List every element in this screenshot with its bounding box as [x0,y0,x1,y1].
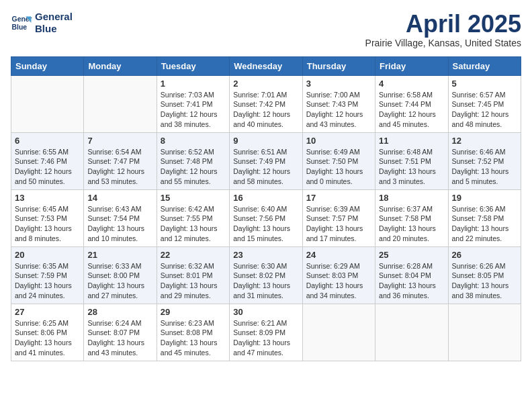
day-info: Sunrise: 6:26 AM Sunset: 8:05 PM Dayligh… [452,261,517,301]
calendar-cell: 30Sunrise: 6:21 AM Sunset: 8:09 PM Dayli… [230,304,302,361]
calendar-cell: 29Sunrise: 6:23 AM Sunset: 8:08 PM Dayli… [157,304,229,361]
day-info: Sunrise: 6:55 AM Sunset: 7:46 PM Dayligh… [15,147,80,187]
calendar-week-4: 20Sunrise: 6:35 AM Sunset: 7:59 PM Dayli… [11,246,521,304]
calendar-cell: 21Sunrise: 6:33 AM Sunset: 8:00 PM Dayli… [84,246,157,304]
day-info: Sunrise: 6:30 AM Sunset: 8:02 PM Dayligh… [233,261,298,301]
calendar-cell [302,304,375,361]
calendar-cell: 20Sunrise: 6:35 AM Sunset: 7:59 PM Dayli… [11,246,84,304]
calendar-cell: 11Sunrise: 6:48 AM Sunset: 7:51 PM Dayli… [375,132,448,189]
day-number: 7 [87,136,152,146]
day-info: Sunrise: 6:52 AM Sunset: 7:48 PM Dayligh… [161,147,226,187]
page-header: General Blue General Blue April 2025 Pra… [11,11,521,48]
day-number: 21 [87,250,152,260]
day-number: 13 [15,193,80,203]
main-title: April 2025 [365,11,521,38]
day-info: Sunrise: 6:49 AM Sunset: 7:50 PM Dayligh… [306,147,371,187]
day-number: 19 [452,193,517,203]
calendar-cell: 27Sunrise: 6:25 AM Sunset: 8:06 PM Dayli… [11,304,84,361]
day-number: 11 [379,136,444,146]
day-number: 18 [379,193,444,203]
calendar-cell: 14Sunrise: 6:43 AM Sunset: 7:54 PM Dayli… [84,189,157,246]
logo: General Blue General Blue [11,11,73,35]
day-info: Sunrise: 6:51 AM Sunset: 7:49 PM Dayligh… [233,147,298,187]
day-number: 15 [161,193,226,203]
day-number: 20 [15,250,80,260]
day-info: Sunrise: 6:45 AM Sunset: 7:53 PM Dayligh… [15,204,80,244]
day-number: 9 [233,136,298,146]
calendar-week-3: 13Sunrise: 6:45 AM Sunset: 7:53 PM Dayli… [11,189,521,246]
header-thursday: Thursday [302,56,375,75]
day-info: Sunrise: 6:39 AM Sunset: 7:57 PM Dayligh… [306,204,371,244]
calendar-cell: 1Sunrise: 7:03 AM Sunset: 7:41 PM Daylig… [157,75,229,132]
calendar-cell [11,75,84,132]
day-number: 10 [306,136,371,146]
day-number: 4 [379,79,444,89]
day-info: Sunrise: 7:03 AM Sunset: 7:41 PM Dayligh… [161,90,226,130]
day-info: Sunrise: 6:33 AM Sunset: 8:00 PM Dayligh… [87,261,152,301]
day-info: Sunrise: 6:28 AM Sunset: 8:04 PM Dayligh… [379,261,444,301]
header-saturday: Saturday [448,56,521,75]
header-friday: Friday [375,56,448,75]
day-number: 5 [452,79,517,89]
calendar-cell: 5Sunrise: 6:57 AM Sunset: 7:45 PM Daylig… [448,75,521,132]
day-info: Sunrise: 6:48 AM Sunset: 7:51 PM Dayligh… [379,147,444,187]
day-number: 25 [379,250,444,260]
day-info: Sunrise: 6:35 AM Sunset: 7:59 PM Dayligh… [15,261,80,301]
day-number: 1 [161,79,226,89]
calendar-cell: 2Sunrise: 7:01 AM Sunset: 7:42 PM Daylig… [230,75,302,132]
calendar-cell: 7Sunrise: 6:54 AM Sunset: 7:47 PM Daylig… [84,132,157,189]
day-number: 28 [87,307,152,317]
day-number: 24 [306,250,371,260]
day-info: Sunrise: 6:54 AM Sunset: 7:47 PM Dayligh… [87,147,152,187]
calendar-week-5: 27Sunrise: 6:25 AM Sunset: 8:06 PM Dayli… [11,304,521,361]
day-info: Sunrise: 6:32 AM Sunset: 8:01 PM Dayligh… [161,261,226,301]
calendar-cell [375,304,448,361]
calendar-header-row: SundayMondayTuesdayWednesdayThursdayFrid… [11,56,521,75]
calendar-cell: 6Sunrise: 6:55 AM Sunset: 7:46 PM Daylig… [11,132,84,189]
calendar-week-1: 1Sunrise: 7:03 AM Sunset: 7:41 PM Daylig… [11,75,521,132]
day-info: Sunrise: 6:43 AM Sunset: 7:54 PM Dayligh… [87,204,152,244]
calendar-cell: 8Sunrise: 6:52 AM Sunset: 7:48 PM Daylig… [157,132,229,189]
svg-text:Blue: Blue [12,24,28,31]
day-info: Sunrise: 7:01 AM Sunset: 7:42 PM Dayligh… [233,90,298,130]
calendar-cell: 16Sunrise: 6:40 AM Sunset: 7:56 PM Dayli… [230,189,302,246]
header-wednesday: Wednesday [230,56,302,75]
calendar-cell: 3Sunrise: 7:00 AM Sunset: 7:43 PM Daylig… [302,75,375,132]
day-info: Sunrise: 6:37 AM Sunset: 7:58 PM Dayligh… [379,204,444,244]
day-info: Sunrise: 6:40 AM Sunset: 7:56 PM Dayligh… [233,204,298,244]
calendar-cell: 25Sunrise: 6:28 AM Sunset: 8:04 PM Dayli… [375,246,448,304]
calendar-cell: 22Sunrise: 6:32 AM Sunset: 8:01 PM Dayli… [157,246,229,304]
calendar-cell: 17Sunrise: 6:39 AM Sunset: 7:57 PM Dayli… [302,189,375,246]
logo-text-blue: Blue [35,23,73,35]
calendar-cell [84,75,157,132]
day-info: Sunrise: 7:00 AM Sunset: 7:43 PM Dayligh… [306,90,371,130]
logo-text-general: General [35,11,73,23]
day-info: Sunrise: 6:23 AM Sunset: 8:08 PM Dayligh… [161,318,226,358]
calendar-table: SundayMondayTuesdayWednesdayThursdayFrid… [11,56,521,361]
day-info: Sunrise: 6:21 AM Sunset: 8:09 PM Dayligh… [233,318,298,358]
calendar-cell: 28Sunrise: 6:24 AM Sunset: 8:07 PM Dayli… [84,304,157,361]
day-info: Sunrise: 6:25 AM Sunset: 8:06 PM Dayligh… [15,318,80,358]
calendar-cell: 10Sunrise: 6:49 AM Sunset: 7:50 PM Dayli… [302,132,375,189]
day-number: 2 [233,79,298,89]
header-monday: Monday [84,56,157,75]
subtitle: Prairie Village, Kansas, United States [365,38,521,48]
calendar-week-2: 6Sunrise: 6:55 AM Sunset: 7:46 PM Daylig… [11,132,521,189]
calendar-cell: 19Sunrise: 6:36 AM Sunset: 7:58 PM Dayli… [448,189,521,246]
day-info: Sunrise: 6:58 AM Sunset: 7:44 PM Dayligh… [379,90,444,130]
title-block: April 2025 Prairie Village, Kansas, Unit… [365,11,521,48]
day-number: 30 [233,307,298,317]
day-number: 29 [161,307,226,317]
logo-icon: General Blue [11,12,32,34]
day-number: 27 [15,307,80,317]
day-info: Sunrise: 6:57 AM Sunset: 7:45 PM Dayligh… [452,90,517,130]
day-number: 16 [233,193,298,203]
day-number: 3 [306,79,371,89]
day-info: Sunrise: 6:42 AM Sunset: 7:55 PM Dayligh… [161,204,226,244]
day-info: Sunrise: 6:24 AM Sunset: 8:07 PM Dayligh… [87,318,152,358]
calendar-cell: 23Sunrise: 6:30 AM Sunset: 8:02 PM Dayli… [230,246,302,304]
day-info: Sunrise: 6:46 AM Sunset: 7:52 PM Dayligh… [452,147,517,187]
calendar-cell: 12Sunrise: 6:46 AM Sunset: 7:52 PM Dayli… [448,132,521,189]
day-number: 23 [233,250,298,260]
day-number: 26 [452,250,517,260]
